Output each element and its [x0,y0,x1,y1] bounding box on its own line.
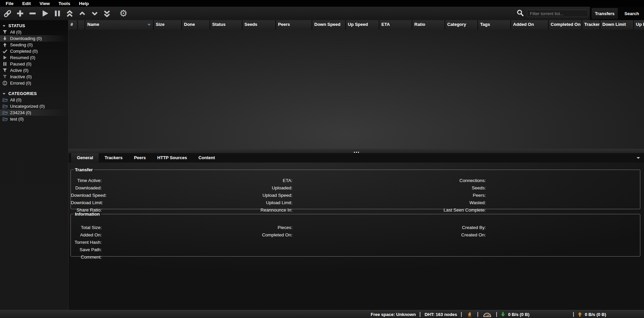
dht-nodes-label: DHT: 163 nodes [420,312,461,317]
column-header-peers[interactable]: Peers [276,20,312,30]
resume-button[interactable] [40,8,50,18]
bottom-priority-button[interactable] [102,8,112,18]
menu-edit[interactable]: Edit [18,1,35,6]
upload-speed-text: 0 B/s (0 B) [585,312,606,317]
sidebar-item-label: Resumed (0) [10,55,35,60]
status-section-header[interactable]: STATUS [3,23,68,29]
filter-torrent-input[interactable] [527,10,588,17]
transfer-legend: Transfer [74,167,94,172]
tab-http-sources[interactable]: HTTP Sources [151,153,193,163]
label-pieces: Pieces: [225,224,292,231]
sidebar-item-completed[interactable]: Completed (0) [0,48,68,54]
panel-collapse-icon[interactable] [637,157,640,159]
column-header-up-limit[interactable]: Up Limit [634,20,644,30]
sidebar-category-234234[interactable]: 234234 (0) [0,109,68,116]
collapse-triangle-icon [3,93,5,95]
delete-torrent-button[interactable] [28,8,37,18]
label-torrent-hash: Torrent Hash: [71,239,102,246]
column-header-seeds[interactable]: Seeds [242,20,276,30]
download-speed-text: 0 B/s (0 B) [508,312,530,317]
pause-button[interactable] [52,8,62,18]
tab-transfers[interactable]: Transfers [592,8,618,19]
column-header-added-on[interactable]: Added On [511,20,549,30]
sidebar-category-all[interactable]: All (0) [0,97,68,103]
column-header-tracker[interactable]: Tracker [582,20,600,30]
folder-icon [2,97,8,103]
sidebar-item-seeding[interactable]: Seeding (0) [0,42,68,48]
menu-file[interactable]: File [1,1,18,6]
label-upload-speed: Upload Speed: [225,192,292,199]
add-magnet-link-button[interactable] [3,8,12,18]
sidebar: STATUS All (0) Downloading (0) Seeding (… [0,20,68,310]
sidebar-item-label: All (0) [10,97,21,102]
sidebar-item-inactive[interactable]: Inactive (0) [0,74,68,80]
download-speed-indicator: 0 B/s (0 B) [497,312,533,317]
filter-icon [2,68,8,73]
label-save-path: Save Path: [71,246,102,254]
categories-section-header[interactable]: CATEGORIES [3,91,68,97]
column-header-tags[interactable]: Tags [478,20,511,30]
plus-icon [16,9,25,18]
column-header-status[interactable]: Status [210,20,242,30]
sidebar-item-all[interactable]: All (0) [0,29,68,35]
column-header-number[interactable]: # [68,20,78,30]
add-torrent-button[interactable] [15,8,25,18]
label-upload-limit: Upload Limit: [225,199,292,207]
tab-peers[interactable]: Peers [128,153,151,163]
label-connections: Connections: [410,177,486,184]
top-priority-button[interactable] [65,8,75,18]
minus-icon [28,9,37,18]
column-header-up-speed[interactable]: Up Speed [346,20,379,30]
column-header-category[interactable]: Category [445,20,478,30]
options-button[interactable]: ⚙ [119,8,128,18]
sidebar-category-test[interactable]: test (0) [0,116,68,122]
column-label: Name [87,22,99,27]
transfer-labels-column-3: Connections: Seeds: Peers: Wasted: Last … [410,177,486,214]
tab-content[interactable]: Content [193,153,221,163]
sidebar-item-active[interactable]: Active (0) [0,67,68,74]
tab-search[interactable]: Search [621,8,642,19]
tab-general[interactable]: General [71,153,99,163]
information-labels-column-1: Total Size: Added On: Torrent Hash: Save… [71,224,102,261]
menu-help[interactable]: Help [75,1,93,6]
column-header-down-speed[interactable]: Down Speed [312,20,346,30]
menubar: File Edit View Tools Help [0,0,644,7]
sidebar-item-downloading[interactable]: Downloading (0) [0,35,68,42]
alt-speed-limits-gauge-icon[interactable] [478,311,496,317]
label-download-speed: Download Speed: [71,192,102,199]
column-header-down-limit[interactable]: Down Limit [600,20,634,30]
menu-view[interactable]: View [35,1,54,6]
sidebar-item-resumed[interactable]: Resumed (0) [0,54,68,61]
menu-tools[interactable]: Tools [54,1,75,6]
label-seeds: Seeds: [410,184,486,192]
down-arrow-icon [500,312,506,317]
gear-icon: ⚙ [119,8,127,18]
sidebar-item-label: test (0) [10,117,24,122]
column-header-ratio[interactable]: Ratio [412,20,445,30]
sidebar-category-uncategorized[interactable]: Uncategorized (0) [0,103,68,109]
torrent-list[interactable] [68,30,644,149]
column-header-completed-on[interactable]: Completed On [549,20,582,30]
label-wasted: Wasted: [410,199,486,207]
sidebar-item-label: Uncategorized (0) [10,104,45,109]
column-header-size[interactable]: Size [154,20,182,30]
tab-trackers[interactable]: Trackers [99,153,128,163]
folder-icon [2,104,8,109]
column-header-icon[interactable] [78,20,85,30]
panel-splitter[interactable] [68,149,644,153]
statusbar: Free space: Unknown DHT: 163 nodes 0 B/s… [0,310,644,318]
increase-priority-button[interactable] [77,8,87,18]
connection-status-icon[interactable] [462,311,477,318]
download-arrow-icon [2,36,8,41]
error-icon [2,81,8,86]
pause-icon [2,61,8,67]
sidebar-item-errored[interactable]: Errored (0) [0,80,68,86]
label-peers: Peers: [410,192,486,199]
column-header-eta[interactable]: ETA [379,20,412,30]
sidebar-item-paused[interactable]: Paused (0) [0,61,68,67]
free-space-label: Free space: Unknown [367,312,420,317]
decrease-priority-button[interactable] [90,8,99,18]
information-section: Information Total Size: Added On: Torren… [71,212,640,257]
column-header-name[interactable]: Name [85,20,154,30]
column-header-done[interactable]: Done [182,20,210,30]
